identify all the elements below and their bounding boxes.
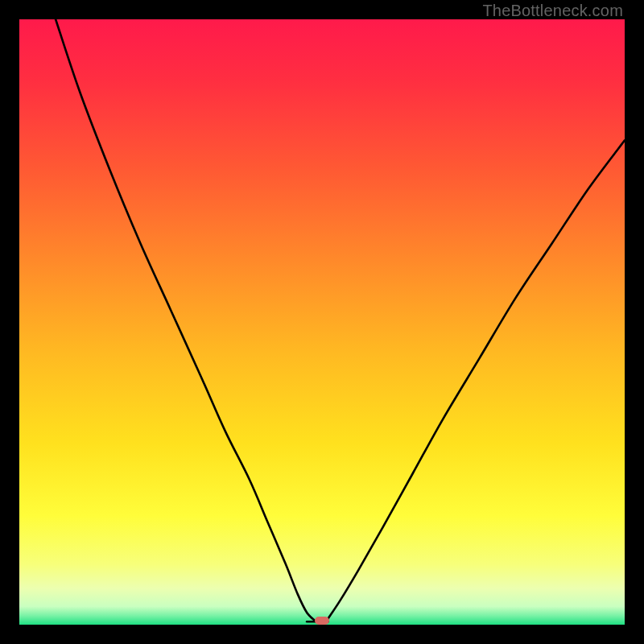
plot-area [19,19,625,625]
watermark-text: TheBottleneck.com [482,2,623,20]
curve-right-branch [328,140,625,618]
chart-frame: TheBottleneck.com [0,0,644,644]
curve-left-branch [56,19,316,621]
curve-layer [19,19,625,625]
min-marker [315,617,329,625]
